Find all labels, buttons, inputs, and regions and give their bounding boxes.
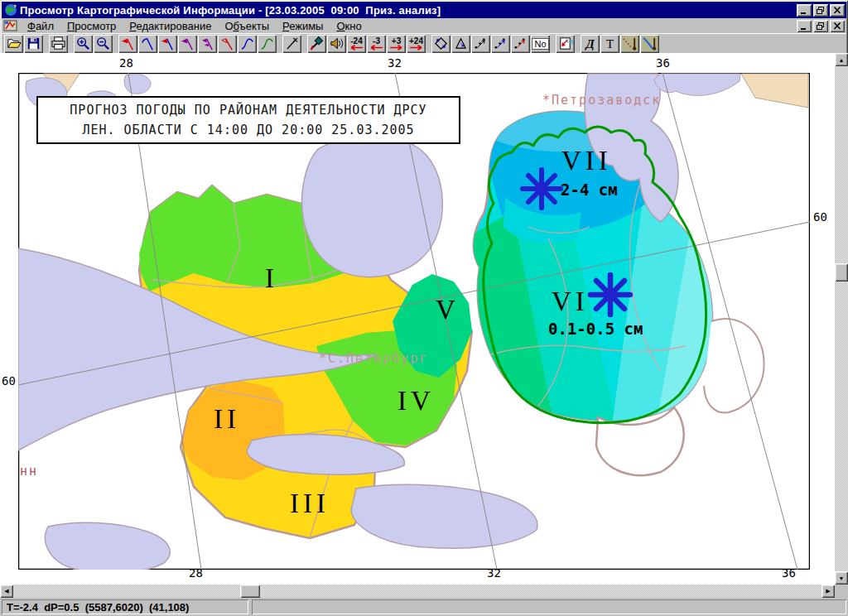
- zoom-in-button[interactable]: [74, 35, 93, 53]
- wind-flag-red-button[interactable]: [118, 35, 137, 53]
- printer-icon: [51, 36, 66, 51]
- horizontal-scrollbar[interactable]: ◀ ▶: [0, 585, 835, 598]
- front-green-curve-icon: [259, 36, 275, 51]
- polygon-tool-button[interactable]: [431, 35, 450, 53]
- erase-line-icon: [284, 36, 300, 51]
- vertical-scroll-thumb[interactable]: [835, 263, 848, 282]
- child-minimize-button[interactable]: [797, 20, 812, 32]
- menu-objects[interactable]: Объекты: [218, 19, 276, 33]
- lon-label-top-36: 36: [656, 56, 670, 70]
- lon-label-bottom-28: 28: [189, 566, 203, 580]
- wind-flag-redblue-button[interactable]: [158, 35, 177, 53]
- front-blue-curve-icon: [239, 36, 255, 51]
- weather-map: [18, 73, 810, 570]
- open-button[interactable]: [4, 35, 23, 53]
- wind-flag-redblue-icon: [160, 36, 176, 51]
- wind-flag-blue-button[interactable]: [138, 35, 157, 53]
- map-canvas[interactable]: ПРОГНОЗ ПОГОДЫ ПО РАЙОНАМ ДЕЯТЕЛЬНОСТИ Д…: [0, 53, 835, 585]
- amount-label-vii: 2-4 см: [561, 180, 618, 199]
- scroll-right-button[interactable]: ▶: [822, 585, 835, 598]
- menu-bar: Файл Просмотр Редактирование Объекты Реж…: [2, 18, 846, 33]
- open-folder-icon: [6, 36, 22, 51]
- page-shift-button[interactable]: +3: [556, 35, 575, 53]
- wind-flag-blue-icon: [140, 36, 156, 51]
- scrollbar-corner: [835, 585, 848, 598]
- menu-items: Файл Просмотр Редактирование Объекты Реж…: [21, 18, 797, 33]
- vertical-scrollbar[interactable]: ▲ ▼: [835, 53, 848, 585]
- front-red-icon: [219, 36, 235, 51]
- status-readout: T=-2.4 dP=0.5 (5587,6020) (41,108): [2, 599, 248, 614]
- wind-flag-purple1-button[interactable]: [178, 35, 197, 53]
- save-button[interactable]: [24, 35, 43, 53]
- child-window-icon[interactable]: [3, 19, 17, 32]
- front-green-button[interactable]: [258, 35, 277, 53]
- wind-flag-purple2-button[interactable]: [198, 35, 217, 53]
- lon-label-bottom-32: 32: [487, 566, 501, 580]
- text-tool-button[interactable]: T: [600, 35, 619, 53]
- restore-button[interactable]: [813, 4, 828, 17]
- page-shift-icon: +3: [557, 36, 573, 51]
- front-red-button[interactable]: [218, 35, 237, 53]
- points-delete-button[interactable]: [511, 35, 530, 53]
- lat-label-right-60: 60: [813, 210, 827, 224]
- menu-window[interactable]: Окно: [330, 19, 368, 33]
- status-panel-empty: [252, 599, 846, 614]
- zoom-out-button[interactable]: [94, 35, 113, 53]
- speaker-icon: [329, 36, 344, 51]
- region-label-iii: III: [290, 490, 330, 517]
- lon-label-top-28: 28: [119, 56, 133, 70]
- script-d-button[interactable]: Д: [581, 35, 600, 53]
- window-title: Просмотр Картографической Информации - […: [20, 4, 797, 17]
- points-move-button[interactable]: [471, 35, 490, 53]
- menu-edit[interactable]: Редактирование: [123, 19, 218, 33]
- snowflake-symbol-vii: [523, 170, 561, 208]
- no-label-button[interactable]: No: [531, 35, 550, 53]
- shift-plus3-button[interactable]: +3: [387, 35, 406, 53]
- points-insert-button[interactable]: [491, 35, 510, 53]
- lat-label-left-60: 60: [2, 374, 16, 387]
- points-move-icon: [473, 36, 489, 51]
- lake-ladoga: [301, 136, 442, 277]
- svg-text:+3: +3: [566, 38, 573, 46]
- close-button[interactable]: [830, 4, 845, 17]
- thermo-profile-red-button[interactable]: [620, 35, 639, 53]
- city-label-edge: нн: [20, 464, 38, 479]
- scroll-left-button[interactable]: ◀: [0, 585, 13, 598]
- shift-minus24-button[interactable]: -24: [347, 35, 366, 53]
- child-close-button[interactable]: [830, 20, 845, 32]
- forecast-title-box: ПРОГНОЗ ПОГОДЫ ПО РАЙОНАМ ДЕЯТЕЛЬНОСТИ Д…: [36, 96, 460, 144]
- probe-tool-button[interactable]: [307, 35, 326, 53]
- globe-icon: [4, 3, 17, 17]
- front-blue-button[interactable]: [238, 35, 257, 53]
- minimize-button[interactable]: [797, 4, 812, 17]
- floppy-icon: [26, 36, 41, 51]
- print-button[interactable]: [49, 35, 68, 53]
- region-label-ii: II: [214, 406, 240, 433]
- horizontal-scroll-thumb[interactable]: [240, 585, 260, 598]
- menu-file[interactable]: Файл: [21, 19, 60, 33]
- zoom-out-icon: [95, 36, 111, 51]
- menu-modes[interactable]: Режимы: [276, 19, 330, 33]
- scroll-up-button[interactable]: ▲: [835, 53, 848, 66]
- thermo-profile-red-icon: [622, 36, 638, 51]
- triangle-tool-button[interactable]: [451, 35, 470, 53]
- city-label-st-petersburg: *С.Петербург: [319, 351, 428, 366]
- menu-view[interactable]: Просмотр: [60, 19, 123, 33]
- status-bar: T=-2.4 dP=0.5 (5587,6020) (41,108): [0, 598, 848, 616]
- child-restore-button[interactable]: [813, 20, 828, 32]
- region-label-iv: IV: [398, 387, 435, 415]
- shift-plus24-button[interactable]: +24: [407, 35, 426, 53]
- application-window: Просмотр Картографической Информации - […: [0, 0, 848, 616]
- shift-minus3-button[interactable]: -3: [367, 35, 386, 53]
- forecast-title-line1: ПРОГНОЗ ПОГОДЫ ПО РАЙОНАМ ДЕЯТЕЛЬНОСТИ Д…: [38, 100, 459, 120]
- scroll-down-button[interactable]: ▼: [835, 571, 848, 585]
- zoom-in-icon: [75, 36, 91, 51]
- thermo-profile-blue-button[interactable]: [640, 35, 659, 53]
- sound-button[interactable]: [327, 35, 346, 53]
- lon-label-bottom-36: 36: [782, 566, 796, 580]
- amount-label-vi: 0.1-0.5 см: [548, 320, 643, 338]
- triangle-tool-icon: [453, 36, 469, 51]
- title-bar: Просмотр Картографической Информации - […: [2, 2, 846, 18]
- lake-nw-3: [124, 74, 151, 94]
- erase-line-button[interactable]: [282, 35, 301, 53]
